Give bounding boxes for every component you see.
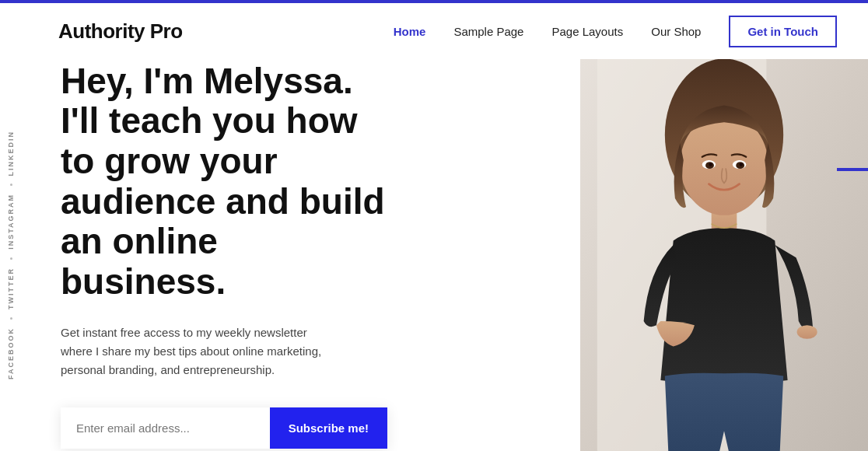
hero-photo bbox=[580, 59, 868, 451]
accent-line-decoration bbox=[837, 168, 868, 171]
svg-point-11 bbox=[740, 163, 743, 166]
social-twitter[interactable]: Twitter bbox=[7, 260, 15, 317]
social-instagram[interactable]: Instagram bbox=[7, 186, 15, 257]
nav-page-layouts[interactable]: Page Layouts bbox=[551, 25, 623, 38]
hero-subtext: Get instant free access to my weekly new… bbox=[61, 323, 341, 379]
social-sidebar: LinkedIn Instagram Twitter Facebook bbox=[0, 59, 22, 451]
hero-heading: Hey, I'm Melyssa. I'll teach you how to … bbox=[61, 61, 387, 302]
hero-section: Hey, I'm Melyssa. I'll teach you how to … bbox=[22, 59, 868, 451]
site-logo[interactable]: Authority Pro bbox=[58, 19, 183, 44]
main-nav: Home Sample Page Page Layouts Our Shop G… bbox=[394, 16, 837, 47]
svg-point-10 bbox=[709, 163, 712, 166]
get-in-touch-button[interactable]: Get in Touch bbox=[729, 16, 837, 47]
nav-home[interactable]: Home bbox=[394, 25, 426, 38]
hero-image-container: MELYSSA GRIFFIN, ENTREPREUNER bbox=[580, 59, 868, 451]
nav-sample-page[interactable]: Sample Page bbox=[453, 25, 523, 38]
hero-left-content: Hey, I'm Melyssa. I'll teach you how to … bbox=[22, 59, 580, 451]
hero-photo-frame bbox=[580, 59, 868, 451]
svg-point-4 bbox=[797, 325, 817, 338]
site-header: Authority Pro Home Sample Page Page Layo… bbox=[0, 3, 868, 59]
social-facebook[interactable]: Facebook bbox=[7, 320, 15, 387]
nav-our-shop[interactable]: Our Shop bbox=[651, 25, 701, 38]
email-signup-form: Subscribe me! bbox=[61, 407, 387, 449]
social-linkedin[interactable]: LinkedIn bbox=[7, 123, 15, 184]
subscribe-button[interactable]: Subscribe me! bbox=[270, 407, 387, 449]
email-input[interactable] bbox=[61, 407, 270, 449]
